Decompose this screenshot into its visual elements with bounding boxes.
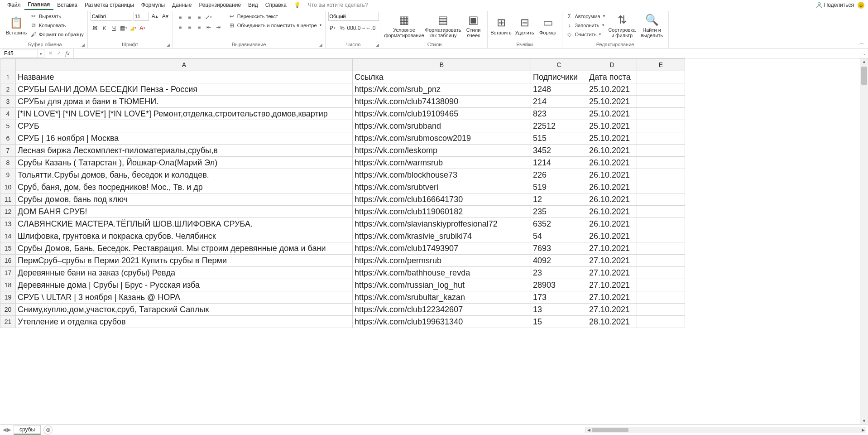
cut-button[interactable]: ✂Вырезать — [29, 12, 85, 20]
cell[interactable] — [637, 218, 685, 230]
shrink-font-button[interactable]: A▾ — [161, 12, 170, 21]
align-right-button[interactable]: ≡ — [195, 23, 204, 32]
cell[interactable]: https://vk.com/permsrub — [353, 255, 531, 267]
cell[interactable]: 23 — [531, 267, 587, 279]
cell[interactable]: СРУБЫ БАНИ ДОМА БЕСЕДКИ Пенза - Россия — [16, 83, 353, 96]
cell[interactable]: 27.10.2021 — [587, 279, 637, 291]
format-painter-button[interactable]: 🖌Формат по образцу — [29, 30, 85, 39]
cell[interactable] — [637, 108, 685, 120]
increase-decimal-button[interactable]: .0→ — [357, 24, 366, 33]
cell[interactable]: 12 — [531, 193, 587, 206]
row-header[interactable]: 9 — [0, 169, 16, 181]
cell[interactable] — [637, 71, 685, 83]
cell[interactable]: 54 — [531, 230, 587, 242]
cell[interactable]: 27.10.2021 — [587, 242, 637, 255]
cell[interactable] — [637, 242, 685, 255]
cell[interactable]: 27.10.2021 — [587, 267, 637, 279]
cell[interactable]: Шлифовка, грунтовка и покраска срубов. Ч… — [16, 230, 353, 242]
cell[interactable]: СРУБ \ ULTAR | 3 ноября | Казань @ НОРА — [16, 291, 353, 304]
cell[interactable]: 26.10.2021 — [587, 181, 637, 193]
cell[interactable]: 27.10.2021 — [587, 255, 637, 267]
row-header[interactable]: 5 — [0, 120, 16, 132]
cell[interactable]: 823 — [531, 108, 587, 120]
cell[interactable]: 25.10.2021 — [587, 120, 637, 132]
tab-formulas[interactable]: Формулы — [138, 0, 168, 10]
alignment-launcher[interactable]: ◢ — [319, 43, 322, 47]
find-select-button[interactable]: 🔍Найти и выделить — [638, 12, 666, 40]
cell[interactable]: https://vk.com/bathhouse_revda — [353, 267, 531, 279]
name-box[interactable] — [2, 49, 38, 58]
cell[interactable]: [*IN LOVE*] [*IN LOVE*] [*IN LOVE*] Ремо… — [16, 108, 353, 120]
align-center-button[interactable]: ≡ — [185, 23, 194, 32]
tab-insert[interactable]: Вставка — [53, 0, 81, 10]
add-sheet-button[interactable]: ⊕ — [43, 425, 53, 435]
cell[interactable]: Ссылка — [353, 71, 531, 83]
font-size-select[interactable] — [134, 12, 149, 21]
cell[interactable]: https://vk.com/srubtveri — [353, 181, 531, 193]
cell[interactable]: https://vk.com/russian_log_hut — [353, 279, 531, 291]
underline-button[interactable]: Ч — [110, 24, 119, 33]
cell[interactable] — [637, 169, 685, 181]
align-bottom-button[interactable]: ≡ — [195, 13, 204, 22]
cell[interactable]: Срубы Домов, Бань, Беседок. Реставрация.… — [16, 242, 353, 255]
cell[interactable]: https://vk.com/club17493907 — [353, 242, 531, 255]
cell[interactable]: 235 — [531, 206, 587, 218]
cell[interactable]: Тольятти.Срубы домов, бань, беседок и ко… — [16, 169, 353, 181]
cell[interactable] — [637, 96, 685, 108]
cell[interactable]: СРУБ — [16, 120, 353, 132]
row-header[interactable]: 2 — [0, 83, 16, 96]
sort-filter-button[interactable]: ⇅Сортировка и фильтр — [608, 12, 637, 40]
cell[interactable]: 22512 — [531, 120, 587, 132]
col-header-A[interactable]: A — [16, 59, 353, 71]
orientation-button[interactable]: ⤢ — [204, 13, 213, 22]
copy-button[interactable]: ⧉Копировать — [29, 21, 85, 29]
row-header[interactable]: 17 — [0, 267, 16, 279]
vscroll-thumb[interactable] — [861, 67, 867, 85]
cell[interactable]: 26.10.2021 — [587, 193, 637, 206]
cell[interactable]: ДОМ БАНЯ СРУБ! — [16, 206, 353, 218]
align-left-button[interactable]: ≡ — [176, 23, 185, 32]
cell[interactable]: https://vk.com/club166641730 — [353, 193, 531, 206]
font-launcher[interactable]: ◢ — [167, 43, 170, 47]
smiley-icon[interactable]: ☺ — [858, 2, 864, 9]
cell[interactable]: 26.10.2021 — [587, 145, 637, 157]
row-header[interactable]: 7 — [0, 145, 16, 157]
cell[interactable]: 13 — [531, 304, 587, 316]
cell[interactable] — [637, 316, 685, 328]
indent-decrease-button[interactable]: ⇤ — [204, 23, 213, 32]
cell[interactable]: https://vk.com/club74138090 — [353, 96, 531, 108]
row-header[interactable]: 21 — [0, 316, 16, 328]
percent-button[interactable]: % — [338, 24, 347, 33]
cell[interactable]: 3452 — [531, 145, 587, 157]
grow-font-button[interactable]: A▴ — [150, 12, 159, 21]
border-button[interactable]: ▦ — [119, 24, 128, 33]
cell[interactable]: 25.10.2021 — [587, 132, 637, 145]
cell[interactable]: https://vk.com/srubband — [353, 120, 531, 132]
cell[interactable]: Подписчики — [531, 71, 587, 83]
sheet-tab-active[interactable]: срубы — [14, 425, 41, 435]
row-header[interactable]: 15 — [0, 242, 16, 255]
conditional-formatting-button[interactable]: ▦Условное форматирование — [385, 12, 424, 40]
cell[interactable]: Сниму,куплю,дом,участок,сруб, Татарский … — [16, 304, 353, 316]
wrap-text-button[interactable]: ↩Переносить текст — [227, 12, 322, 20]
format-as-table-button[interactable]: ▤Форматировать как таблицу — [426, 12, 461, 40]
decrease-decimal-button[interactable]: ←.0 — [366, 24, 375, 33]
indent-increase-button[interactable]: ⇥ — [214, 23, 223, 32]
cell[interactable] — [637, 193, 685, 206]
cell[interactable] — [637, 304, 685, 316]
tell-me-input[interactable]: Что вы хотите сделать? — [304, 0, 372, 10]
cell[interactable]: 15 — [531, 316, 587, 328]
cell[interactable] — [637, 255, 685, 267]
number-format-select[interactable] — [328, 12, 379, 21]
tab-home[interactable]: Главная — [24, 0, 54, 10]
cell[interactable] — [637, 83, 685, 96]
font-color-button[interactable]: A — [138, 24, 147, 33]
accept-formula-button[interactable]: ✓ — [55, 49, 63, 58]
cell[interactable]: СЛАВЯНСКИЕ МАСТЕРА.ТЁПЛЫЙ ШОВ.ШЛИФОВКА С… — [16, 218, 353, 230]
cell[interactable]: 6352 — [531, 218, 587, 230]
row-header[interactable]: 18 — [0, 279, 16, 291]
tab-page-layout[interactable]: Разметка страницы — [81, 0, 138, 10]
row-header[interactable]: 8 — [0, 157, 16, 169]
formula-input[interactable] — [73, 49, 860, 58]
cell[interactable]: 27.10.2021 — [587, 291, 637, 304]
